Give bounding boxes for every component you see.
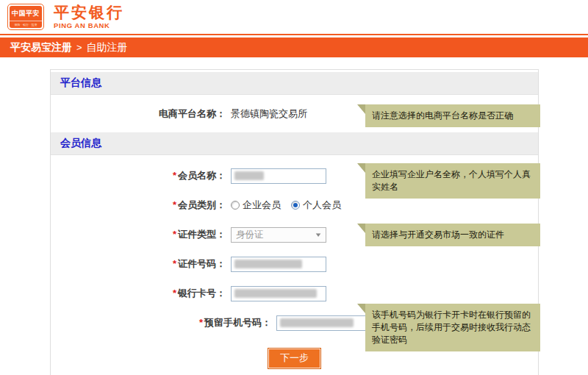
radio-label-individual: 个人会员	[303, 199, 341, 212]
platform-name-row: 电商平台名称： 景德镇陶瓷交易所 请注意选择的电商平台名称是否正确	[51, 95, 538, 132]
id-type-row: *证件类型： 身份证 ▼ 请选择与开通交易市场一致的证件	[51, 220, 538, 249]
phone-row: *预留手机号码： 该手机号码为银行卡开卡时在银行预留的手机号码，后续用于交易时接…	[51, 308, 538, 338]
bank-card-input[interactable]	[231, 286, 326, 301]
section-header-member-info: 会员信息	[51, 132, 538, 155]
platform-name-label: 电商平台名称：	[51, 107, 226, 121]
member-type-label: *会员类别：	[51, 199, 226, 212]
required-mark: *	[199, 317, 203, 328]
id-number-label: *证件号码：	[51, 257, 226, 271]
section-title-member: 会员信息	[60, 137, 101, 150]
id-type-label: *证件类型：	[51, 228, 226, 241]
tooltip-arrow-icon	[357, 224, 365, 233]
tooltip-phone: 该手机号码为银行卡开卡时在银行预留的手机号码，后续用于交易时接收我行动态验证密码	[365, 304, 540, 351]
bank-name-cn: 平安银行	[54, 4, 124, 21]
logo-badge-subtext: 保险 · 银行 · 投资	[10, 21, 42, 28]
radio-option-individual[interactable]: 个人会员	[291, 199, 341, 212]
required-mark: *	[173, 229, 176, 240]
chevron-down-icon: ▼	[314, 232, 322, 238]
logo-badge-text: 中国平安	[10, 6, 42, 21]
phone-input[interactable]	[276, 315, 368, 331]
tooltip-id-type-text: 请选择与开通交易市场一致的证件	[372, 229, 504, 240]
platform-name-value: 景德镇陶瓷交易所	[231, 107, 307, 121]
breadcrumb-primary[interactable]: 平安易宝注册	[10, 41, 72, 54]
id-type-select[interactable]: 身份证 ▼	[231, 227, 326, 243]
site-header: 中国平安 保险 · 银行 · 投资 平安银行 PING AN BANK	[0, 0, 588, 35]
section-title-platform: 平台信息	[60, 76, 101, 90]
radio-label-enterprise: 企业会员	[243, 199, 281, 212]
tooltip-platform-text: 请注意选择的电商平台名称是否正确	[372, 110, 513, 121]
id-type-selected-value: 身份证	[236, 229, 264, 241]
breadcrumb: 平安易宝注册 > 自助注册	[0, 38, 588, 57]
member-type-row: *会员类别： 企业会员 个人会员	[51, 190, 538, 220]
section-header-platform-info: 平台信息	[51, 72, 538, 95]
required-mark: *	[173, 288, 176, 299]
redacted-value	[234, 171, 264, 180]
member-name-label: *会员名称：	[51, 169, 226, 182]
radio-option-enterprise[interactable]: 企业会员	[231, 199, 281, 212]
member-form: *会员名称： 企业填写企业户名全称，个人填写个人真实姓名 *会员类别： 企业会员…	[51, 155, 538, 369]
id-number-row: *证件号码：	[51, 249, 538, 279]
tooltip-arrow-icon	[357, 104, 365, 114]
tooltip-platform-name: 请注意选择的电商平台名称是否正确	[365, 104, 540, 127]
pingan-logo-icon: 中国平安 保险 · 银行 · 投资	[10, 6, 42, 28]
redacted-value	[280, 318, 354, 327]
breadcrumb-current: 自助注册	[87, 41, 128, 54]
registration-panel: 平台信息 电商平台名称： 景德镇陶瓷交易所 请注意选择的电商平台名称是否正确 会…	[50, 69, 539, 375]
tooltip-arrow-icon	[357, 163, 365, 173]
bank-card-label: *银行卡号：	[51, 287, 226, 300]
required-mark: *	[173, 170, 176, 181]
bank-name: 平安银行 PING AN BANK	[54, 4, 124, 29]
breadcrumb-separator: >	[76, 42, 82, 53]
id-number-input[interactable]	[231, 257, 326, 272]
member-type-radio-group: 企业会员 个人会员	[231, 199, 341, 212]
tooltip-phone-text: 该手机号码为银行卡开卡时在银行预留的手机号码，后续用于交易时接收我行动态验证密码	[372, 310, 531, 345]
radio-icon[interactable]	[231, 201, 240, 210]
redacted-value	[234, 260, 302, 268]
bank-name-en: PING AN BANK	[54, 21, 124, 29]
required-mark: *	[173, 258, 176, 269]
radio-icon[interactable]	[291, 201, 300, 210]
member-name-row: *会员名称： 企业填写企业户名全称，个人填写个人真实姓名	[51, 161, 538, 190]
redacted-value	[234, 289, 317, 298]
required-mark: *	[173, 199, 176, 210]
phone-label: *预留手机号码：	[51, 316, 271, 329]
tooltip-id-type: 请选择与开通交易市场一致的证件	[365, 224, 540, 246]
next-step-button[interactable]: 下一步	[268, 348, 321, 369]
member-name-input[interactable]	[231, 168, 326, 184]
tooltip-member-name-text: 企业填写企业户名全称，个人填写个人真实姓名	[372, 169, 531, 192]
pingan-group-logo: 中国平安 保险 · 银行 · 投资	[7, 4, 44, 30]
